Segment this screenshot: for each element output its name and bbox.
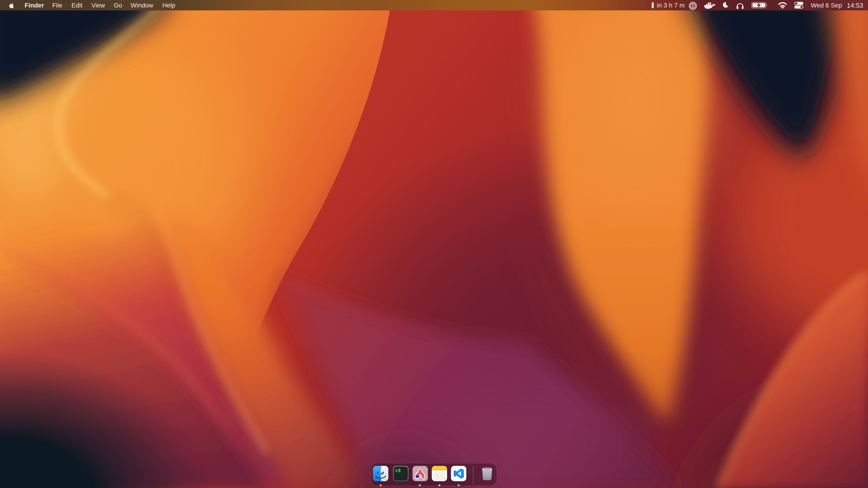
svg-text:$: $ (395, 468, 398, 473)
